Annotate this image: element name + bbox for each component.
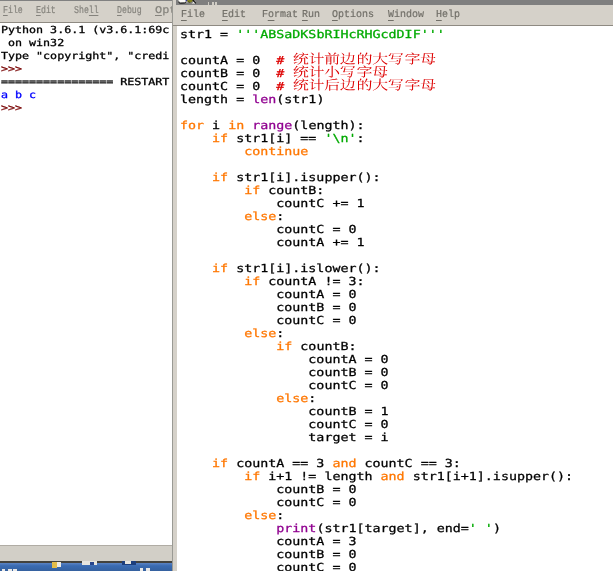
cjk-char	[308, 55, 324, 64]
cjk-char	[340, 81, 356, 90]
cjk-char	[292, 55, 308, 64]
cjk-char	[388, 81, 404, 90]
code-token: :	[276, 509, 284, 522]
code-token: length =	[180, 93, 252, 106]
code-token: ' '	[469, 522, 493, 535]
cjk-char	[404, 55, 420, 64]
code-token	[180, 470, 244, 483]
menu-item-format[interactable]: Format	[262, 10, 298, 20]
menu-item-edit[interactable]: Edit	[36, 6, 56, 16]
cjk-char	[372, 55, 388, 64]
code-token	[180, 132, 212, 145]
code-token: if	[212, 132, 228, 145]
accel-underline	[117, 15, 122, 16]
code-token: print	[276, 522, 316, 535]
shell-output: Python 3.6.1 (v3.6.1:69c on win32 Type "…	[1, 24, 169, 115]
code-token: str1[i] ==	[228, 132, 324, 145]
code-token: i+1 != length	[260, 470, 380, 483]
code-token	[244, 119, 252, 132]
code-token: >>>	[1, 103, 29, 114]
code-token: and	[380, 470, 404, 483]
shell-text-area[interactable]: Python 3.6.1 (v3.6.1:69c on win32 Type "…	[0, 23, 171, 546]
code-token	[180, 509, 244, 522]
code-token: countB = 0	[180, 67, 276, 80]
shell-window: FileEditShellDebugOptions Python 3.6.1 (…	[0, 0, 173, 545]
code-token: str1[i+1].isupper():	[404, 470, 572, 483]
code-token: countC = 0	[180, 314, 356, 327]
cjk-char	[308, 68, 324, 77]
accel-underline	[3, 15, 8, 16]
menu-item-file[interactable]: File	[181, 10, 205, 20]
menu-item-shell[interactable]: Shell	[74, 6, 99, 16]
code-token	[180, 145, 244, 158]
code-token: else	[276, 392, 308, 405]
taskbar-icon-fragment-blue-dot	[90, 562, 94, 565]
taskbar-icon-fragment-3b	[125, 561, 131, 563]
menu-item-debug[interactable]: Debug	[117, 6, 142, 16]
code-token: ================ RESTART	[1, 77, 169, 88]
code-token: else	[244, 210, 276, 223]
screen: FileEditShellDebugOptions Python 3.6.1 (…	[0, 0, 613, 571]
cjk-char	[324, 55, 340, 64]
taskbar[interactable]	[0, 561, 173, 571]
code-token: countA = 3	[180, 535, 356, 548]
code-token: :	[308, 392, 316, 405]
code-token: range	[252, 119, 292, 132]
code-token: countC = 0	[180, 80, 276, 93]
code-token	[180, 275, 244, 288]
accel-underline	[388, 20, 394, 21]
editor-menubar: FileEditFormatRunOptionsWindowHelp	[173, 5, 613, 26]
code-token: countC = 0	[180, 379, 389, 392]
menu-item-file[interactable]: File	[3, 6, 23, 16]
code-token: countA = 0	[180, 353, 389, 366]
code-token: in	[228, 119, 244, 132]
code-token: countA = 0	[180, 54, 276, 67]
menu-item-run[interactable]: Run	[302, 10, 320, 20]
code-token: Type "copyright", "credi	[1, 51, 169, 62]
desktop-strip	[0, 545, 173, 562]
cjk-char	[308, 81, 324, 90]
code-token: countB = 0	[180, 483, 356, 496]
code-token: >>>	[1, 64, 29, 75]
cjk-char	[340, 55, 356, 64]
menu-item-window[interactable]: Window	[388, 10, 424, 20]
code-token: if	[212, 457, 228, 470]
cjk-char	[340, 68, 356, 77]
code-token: countC = 0	[180, 223, 356, 236]
code-token: continue	[244, 145, 308, 158]
editor-text-area[interactable]: str1 = '''ABSaDKSbRIHcRHGcdDIF''' countA…	[177, 26, 613, 571]
code-token: countB = 0	[180, 366, 389, 379]
code-token: Python 3.6.1 (v3.6.1:69c	[1, 25, 169, 36]
code-token: else	[244, 509, 276, 522]
editor-window-left-edge	[172, 0, 173, 571]
accel-underline	[181, 20, 187, 21]
menu-item-help[interactable]: Help	[436, 10, 460, 20]
accel-underline	[36, 15, 41, 16]
cjk-char	[356, 55, 372, 64]
code-token: :	[276, 327, 284, 340]
code-token	[180, 340, 276, 353]
code-token: str1[i].islower():	[228, 262, 380, 275]
code-token: else	[244, 327, 276, 340]
code-token: if	[244, 470, 260, 483]
code-token: countC = 0	[180, 561, 356, 571]
menu-item-options[interactable]: Options	[332, 10, 374, 20]
cjk-char	[324, 81, 340, 90]
menu-item-edit[interactable]: Edit	[222, 10, 246, 20]
code-token: if	[212, 262, 228, 275]
code-token: (str1[target], end=	[316, 522, 468, 535]
accel-underline	[222, 20, 228, 21]
cjk-char	[324, 68, 340, 77]
accel-underline	[155, 15, 162, 16]
code-token: a b c	[1, 90, 36, 101]
menu-item-options[interactable]: Options	[155, 6, 173, 16]
code-token: :	[276, 210, 284, 223]
code-token: (length):	[292, 119, 364, 132]
code-token: len	[252, 93, 276, 106]
code-token: countC == 3:	[356, 457, 460, 470]
accel-underline	[89, 15, 99, 16]
code-token: countA != 3:	[260, 275, 364, 288]
code-token: '''ABSaDKSbRIHcRHGcdDIF'''	[236, 28, 445, 41]
code-token: countB = 0	[180, 301, 356, 314]
cjk-char	[404, 81, 420, 90]
